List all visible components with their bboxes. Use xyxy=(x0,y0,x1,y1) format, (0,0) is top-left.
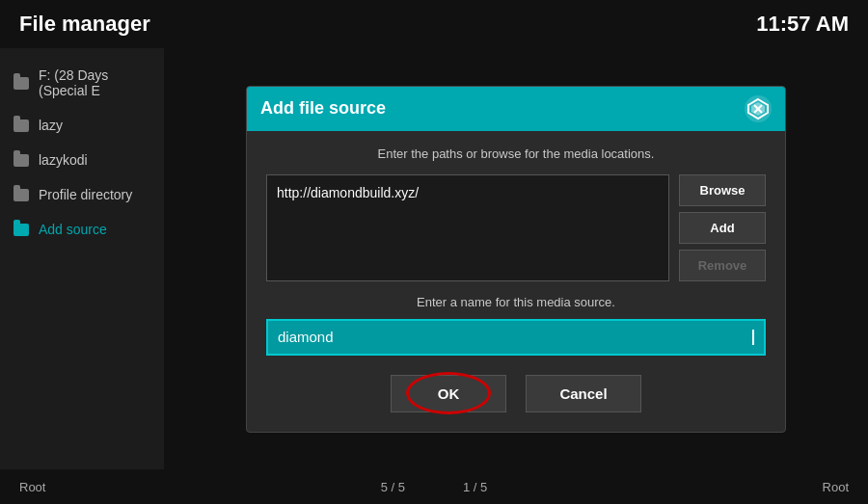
dialog-instruction-bottom: Enter a name for this media source. xyxy=(266,295,766,309)
sidebar-item-label: Add source xyxy=(39,222,107,237)
text-cursor xyxy=(752,330,754,345)
footer-left: Root xyxy=(19,480,45,494)
dialog-actions: OK Cancel xyxy=(266,375,766,412)
ok-button-wrapper: OK xyxy=(391,375,506,412)
sidebar-item-add-source[interactable]: Add source xyxy=(0,212,164,247)
dialog-header: Add file source xyxy=(247,87,785,131)
dialog-overlay: Add file source Enter the paths or brows… xyxy=(164,48,868,469)
clock: 11:57 AM xyxy=(756,12,849,37)
add-path-button[interactable]: Add xyxy=(679,212,766,244)
sidebar-item-lazykodi[interactable]: lazykodi xyxy=(0,143,164,177)
folder-icon xyxy=(14,189,29,201)
name-input-wrapper[interactable]: diamond xyxy=(266,319,766,356)
sidebar-item-label: Profile directory xyxy=(39,187,132,202)
top-bar: File manager 11:57 AM xyxy=(0,0,868,48)
bottom-bar: Root 5 / 5 1 / 5 Root xyxy=(0,469,868,504)
path-box[interactable]: http://diamondbuild.xyz/ xyxy=(266,174,669,281)
sidebar-item-lazy[interactable]: lazy xyxy=(0,108,164,143)
dialog-close-button[interactable] xyxy=(745,95,772,122)
dialog-instruction-top: Enter the paths or browse for the media … xyxy=(266,146,766,161)
folder-icon xyxy=(14,77,29,90)
cancel-button[interactable]: Cancel xyxy=(526,375,641,412)
folder-icon xyxy=(14,154,29,167)
content-area: Add file source Enter the paths or brows… xyxy=(164,48,868,469)
folder-icon xyxy=(14,119,29,132)
path-row: http://diamondbuild.xyz/ Browse Add Remo… xyxy=(266,174,766,281)
add-file-source-dialog: Add file source Enter the paths or brows… xyxy=(246,86,786,433)
path-buttons: Browse Add Remove xyxy=(679,174,766,281)
folder-icon xyxy=(14,224,29,236)
sidebar: F: (28 Days (Special E lazy lazykodi Pro… xyxy=(0,48,164,469)
footer-center-left: 5 / 5 xyxy=(381,480,405,494)
dialog-title: Add file source xyxy=(260,98,386,119)
app-title: File manager xyxy=(19,12,150,37)
kodi-icon xyxy=(746,97,770,120)
sidebar-item-label: lazykodi xyxy=(39,152,88,168)
sidebar-item-label: lazy xyxy=(39,118,63,133)
path-url: http://diamondbuild.xyz/ xyxy=(277,185,419,200)
remove-button[interactable]: Remove xyxy=(679,250,766,281)
footer-right: Root xyxy=(823,480,849,494)
name-input[interactable]: diamond xyxy=(278,329,751,345)
ok-button[interactable]: OK xyxy=(391,375,506,412)
sidebar-item-f-drive[interactable]: F: (28 Days (Special E xyxy=(0,58,164,108)
sidebar-item-label: F: (28 Days (Special E xyxy=(39,67,150,98)
dialog-body: Enter the paths or browse for the media … xyxy=(247,131,785,432)
browse-button[interactable]: Browse xyxy=(679,174,766,206)
footer-center-right: 1 / 5 xyxy=(463,480,487,494)
main-area: F: (28 Days (Special E lazy lazykodi Pro… xyxy=(0,48,868,469)
footer-center: 5 / 5 1 / 5 xyxy=(381,480,488,494)
sidebar-item-profile-directory[interactable]: Profile directory xyxy=(0,177,164,212)
